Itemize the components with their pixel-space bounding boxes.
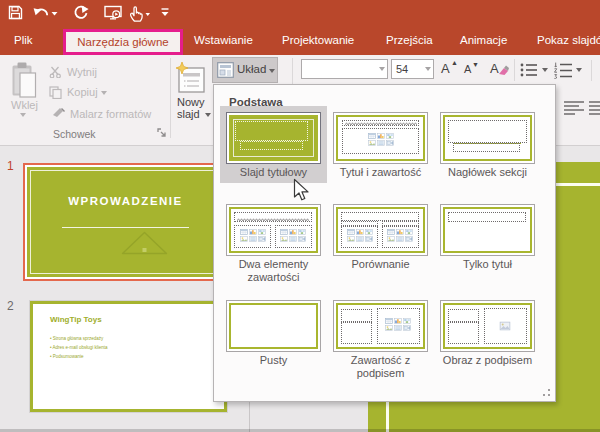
format-painter-button[interactable]: Malarz formatów bbox=[70, 108, 151, 120]
new-slide-button-line2[interactable]: slajd bbox=[177, 108, 200, 120]
paste-dropdown-arrow[interactable] bbox=[20, 113, 26, 117]
layout-thumbnail bbox=[336, 115, 425, 161]
slide-2-bullets: Strona główna sprzedaży Adres e-mail obs… bbox=[50, 334, 108, 361]
tab-transitions[interactable]: Przejścia bbox=[386, 26, 433, 55]
picture-placeholder-icon bbox=[500, 321, 511, 330]
layout-thumbnail bbox=[229, 115, 318, 161]
format-painter-icon[interactable] bbox=[52, 107, 66, 120]
clipboard-dialog-launcher[interactable] bbox=[157, 128, 167, 138]
tab-animations[interactable]: Animacje bbox=[460, 26, 507, 55]
tab-home-active-callout[interactable]: Narzędzia główne bbox=[63, 29, 183, 55]
font-size-combobox[interactable]: 54 bbox=[391, 59, 434, 79]
customize-quick-access-toolbar-button[interactable] bbox=[160, 8, 170, 17]
bullets-dropdown-arrow[interactable] bbox=[542, 68, 548, 72]
save-icon[interactable] bbox=[8, 5, 23, 20]
tab-insert[interactable]: Wstawianie bbox=[194, 26, 253, 55]
placeholder-box bbox=[235, 121, 307, 141]
bullet-line: Adres e-mail obsługi klienta bbox=[50, 343, 108, 352]
font-size-value: 54 bbox=[396, 63, 408, 75]
layout-label: Pusty bbox=[221, 354, 326, 367]
layout-thumbnail bbox=[229, 303, 318, 349]
undo-button[interactable] bbox=[33, 5, 58, 20]
layout-label: Tytuł i zawartość bbox=[328, 166, 433, 179]
slide-2-number: 2 bbox=[7, 299, 14, 313]
start-slideshow-button[interactable] bbox=[104, 5, 122, 21]
copy-icon[interactable] bbox=[49, 86, 62, 99]
placeholder-box bbox=[448, 212, 525, 223]
popup-resize-grip[interactable] bbox=[543, 389, 552, 398]
layout-section-header[interactable] bbox=[440, 112, 535, 164]
combobox-dropdown-arrow[interactable] bbox=[379, 67, 385, 71]
touch-mouse-mode-button[interactable] bbox=[128, 5, 150, 22]
layout-label: Zawartość z podpisem bbox=[328, 354, 433, 379]
bullet-line: Strona główna sprzedaży bbox=[50, 334, 108, 343]
ribbon-tab-row: Plik Narzędzia główne Wstawianie Projekt… bbox=[0, 26, 600, 55]
placeholder-box bbox=[234, 225, 271, 249]
content-icons-cluster bbox=[347, 228, 373, 246]
layout-title-only[interactable] bbox=[440, 204, 535, 256]
cut-icon[interactable] bbox=[49, 66, 62, 78]
placeholder-box bbox=[275, 225, 312, 249]
layout-label: Porównanie bbox=[328, 258, 433, 271]
placeholder-box bbox=[341, 322, 372, 344]
layout-dropdown-arrow bbox=[269, 69, 275, 73]
new-slide-button[interactable]: Nowy bbox=[177, 96, 205, 108]
content-icons-cluster bbox=[368, 132, 394, 150]
layout-thumbnail bbox=[336, 207, 425, 253]
tab-file[interactable]: Plik bbox=[14, 26, 33, 55]
layout-gallery-popup: Podstawa Slajd tytułowy bbox=[213, 84, 556, 402]
paste-icon[interactable] bbox=[12, 62, 38, 99]
layout-label: Nagłówek sekcji bbox=[435, 166, 540, 179]
placeholder-box bbox=[484, 308, 527, 343]
layout-label: Tylko tytuł bbox=[435, 258, 540, 271]
font-name-combobox[interactable] bbox=[301, 59, 388, 79]
new-slide-dropdown-arrow[interactable] bbox=[205, 113, 211, 117]
bullets-button[interactable] bbox=[520, 63, 538, 77]
clear-formatting-button[interactable]: A bbox=[490, 61, 499, 76]
layout-thumbnail bbox=[336, 303, 425, 349]
grip-dot bbox=[548, 389, 550, 391]
increase-font-size-button[interactable]: A▲ bbox=[441, 61, 450, 76]
layout-label: Dwa elementy zawartości bbox=[221, 258, 326, 283]
tab-design[interactable]: Projektowanie bbox=[282, 26, 354, 55]
layout-comparison[interactable] bbox=[333, 204, 428, 256]
title-bar bbox=[0, 0, 600, 26]
layout-title-and-content[interactable] bbox=[333, 112, 428, 164]
mouse-cursor bbox=[293, 178, 310, 202]
paste-button[interactable]: Wklej bbox=[11, 99, 38, 111]
layout-title-slide[interactable] bbox=[226, 112, 321, 164]
layout-picture-with-caption[interactable] bbox=[440, 300, 535, 352]
decrease-font-size-button[interactable]: A▼ bbox=[464, 63, 471, 75]
layout-blank[interactable] bbox=[226, 300, 321, 352]
content-icons-cluster bbox=[385, 317, 411, 335]
layout-content-with-caption[interactable] bbox=[333, 300, 428, 352]
group-separator bbox=[591, 60, 592, 81]
title-text-squiggle bbox=[237, 218, 309, 221]
placeholder-box bbox=[448, 120, 526, 144]
columns-button[interactable] bbox=[589, 101, 600, 115]
placeholder-box bbox=[240, 141, 304, 151]
grip-dot bbox=[543, 394, 545, 396]
numbering-button[interactable] bbox=[554, 62, 573, 79]
layout-two-content[interactable] bbox=[226, 204, 321, 256]
layout-thumbnail bbox=[443, 303, 532, 349]
tab-home-label: Narzędzia główne bbox=[77, 36, 168, 48]
layout-button[interactable]: Układ bbox=[212, 57, 278, 83]
placeholder-box bbox=[382, 226, 419, 249]
tab-slideshow[interactable]: Pokaz slajdów bbox=[537, 26, 600, 55]
layout-thumbnail bbox=[229, 207, 318, 253]
bullet-line: Podsumowanie bbox=[50, 352, 108, 361]
placeholder-box bbox=[377, 308, 420, 343]
slide-1-thumbnail[interactable]: WPROWADZENIE bbox=[23, 163, 228, 281]
copy-dropdown-arrow[interactable] bbox=[101, 91, 107, 95]
align-text-button[interactable] bbox=[564, 101, 584, 115]
combobox-dropdown-arrow[interactable] bbox=[425, 67, 431, 71]
placeholder-box bbox=[341, 309, 372, 322]
new-slide-icon[interactable] bbox=[175, 62, 205, 93]
slide-2-thumbnail[interactable]: WingTip Toys Strona główna sprzedaży Adr… bbox=[30, 301, 227, 412]
numbering-dropdown-arrow[interactable] bbox=[576, 68, 582, 72]
cut-button[interactable]: Wytnij bbox=[67, 66, 97, 78]
copy-button[interactable]: Kopiuj bbox=[67, 86, 98, 98]
placeholder-box bbox=[341, 212, 418, 222]
redo-button[interactable] bbox=[72, 5, 89, 21]
